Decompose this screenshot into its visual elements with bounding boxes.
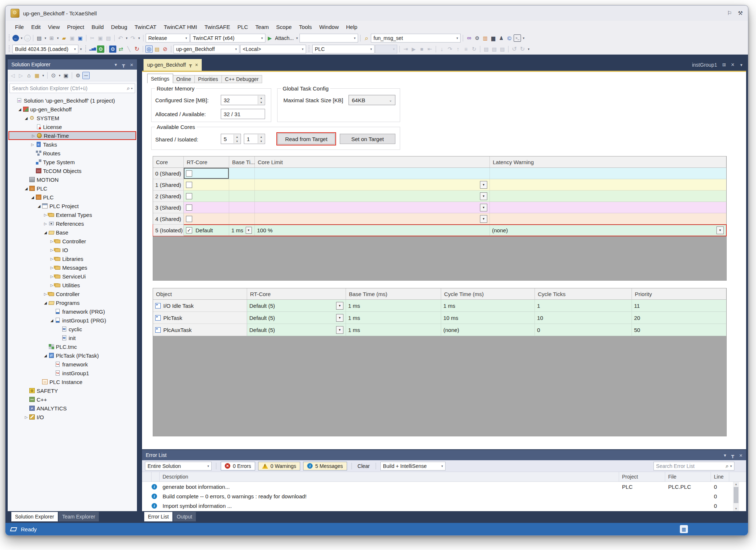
core-limit-dropdown-button[interactable]: ▼	[480, 204, 487, 211]
menu-item[interactable]: Scope	[272, 22, 295, 32]
scroll-up-icon[interactable]: ▲	[735, 483, 738, 486]
core-table-row[interactable]: 3 (Shared)	[153, 202, 726, 213]
latency-warning-cell[interactable]	[490, 202, 726, 213]
tree-expander-icon[interactable]	[23, 415, 29, 419]
scope-icon[interactable]: ▦	[33, 72, 41, 79]
core-limit-dropdown-button[interactable]: ▼	[480, 192, 487, 200]
tree-item[interactable]: PLC	[8, 184, 137, 193]
tree-item[interactable]: Type System	[8, 158, 137, 166]
stop-icon[interactable]: ■	[418, 45, 425, 53]
search-icon[interactable]: ⌕	[726, 463, 729, 469]
pin-icon[interactable]: ┳	[189, 62, 192, 67]
tools-icon[interactable]: ⚒	[738, 10, 743, 16]
install-util-icon[interactable]: ▤	[491, 45, 498, 53]
column-header[interactable]: File	[665, 472, 711, 481]
window-position-icon[interactable]: ▾	[115, 62, 117, 67]
set-on-target-button[interactable]: Set on Target	[340, 134, 395, 144]
rt-core-checkbox[interactable]	[186, 216, 192, 222]
caret[interactable]: ▾	[58, 72, 62, 79]
menu-item[interactable]: View	[44, 22, 63, 32]
rt-core-cell[interactable]: Default (5) ▼	[247, 300, 346, 312]
subtab[interactable]: C++ Debugger	[222, 75, 262, 83]
platform-combo[interactable]: TwinCAT RT (x64)▾	[190, 34, 265, 43]
object-cell[interactable]: PlcAuxTask	[153, 324, 247, 336]
tree-item[interactable]: License	[8, 122, 137, 131]
rt-core-cell[interactable]: Default (5) ▼	[247, 312, 346, 324]
properties-icon[interactable]: ⚙	[74, 72, 82, 79]
menu-item[interactable]: Debug	[107, 22, 131, 32]
document-tab[interactable]: up-gen_Beckhoff ┳ ×	[144, 59, 202, 71]
subtab[interactable]: Priorities	[195, 75, 221, 83]
object-cell[interactable]: I/O Idle Task	[153, 300, 247, 312]
column-header[interactable]: Object	[153, 288, 247, 299]
tree-expander-icon[interactable]	[43, 213, 48, 217]
tree-expander-icon[interactable]	[23, 116, 29, 120]
attach-button[interactable]: Attach...	[275, 35, 294, 41]
column-header[interactable]: Base Time (ms)	[346, 288, 441, 299]
plc-project-combo[interactable]: PLC▾	[312, 45, 375, 53]
core-table-row[interactable]: 0 (Shared)	[153, 168, 726, 179]
rt-core-cell[interactable]: ✓ Default	[184, 225, 229, 236]
base-time-dropdown-button[interactable]: ▼	[246, 227, 252, 234]
tree-item[interactable]: External Types	[8, 210, 137, 219]
menu-item[interactable]: TwinCAT HMI	[160, 22, 201, 32]
error-scrollbar[interactable]: ▲▼	[733, 482, 739, 511]
search-icon[interactable]: ⌕	[127, 85, 130, 92]
menu-item[interactable]: Edit	[27, 22, 44, 32]
errors-filter-button[interactable]: ✕0 Errors	[221, 462, 255, 470]
install-full-icon[interactable]: ▤	[499, 45, 506, 53]
tab-list-caret-icon[interactable]: ▼	[740, 63, 743, 67]
rt-core-checkbox[interactable]: ✓	[186, 227, 192, 233]
solution-search-box[interactable]: Search Solution Explorer (Ctrl+ü) ⌕ ▾	[10, 84, 135, 93]
tree-item[interactable]: instGroup1 (PRG)	[8, 316, 137, 325]
tree-item[interactable]: init	[8, 333, 137, 342]
rt-core-cell[interactable]	[184, 202, 229, 213]
tree-item[interactable]: Utilities	[8, 281, 137, 289]
tree-item[interactable]: ANALYTICS	[8, 404, 137, 413]
base-time-cell[interactable]	[229, 179, 255, 191]
quick-search-combo[interactable]: fun_msg_set▾	[371, 34, 461, 43]
rt-core-dropdown-button[interactable]: ▼	[336, 302, 343, 310]
isolated-cores-input[interactable]: 1 ▲▼	[244, 134, 265, 144]
scroll-thumb[interactable]	[734, 487, 738, 503]
tree-item[interactable]: PLC	[8, 193, 137, 202]
se-forward-icon[interactable]: ▷	[17, 72, 25, 79]
read-from-target-button[interactable]: Read from Target	[278, 133, 335, 144]
column-header[interactable]: Description	[160, 472, 619, 481]
tree-item[interactable]: framework	[8, 360, 137, 369]
latency-warning-cell[interactable]	[490, 179, 726, 191]
search-options-caret[interactable]: ▾	[131, 87, 133, 90]
latency-warning-cell[interactable]	[490, 191, 726, 202]
tree-item[interactable]: SYSTEM	[8, 114, 137, 122]
caret[interactable]: ▾	[20, 34, 23, 42]
loop-icon[interactable]: ↻	[470, 45, 478, 53]
menu-item[interactable]: File	[11, 22, 27, 32]
caret[interactable]: ▾	[137, 34, 141, 42]
history-icon[interactable]: ⊙	[50, 72, 57, 79]
core-limit-cell[interactable]: ▼	[255, 191, 490, 202]
column-header[interactable]: Base Ti...	[229, 156, 255, 167]
base-time-cell[interactable]: 1 ms ▼	[229, 225, 255, 236]
pin-icon[interactable]: ┳	[731, 453, 734, 458]
rt-core-checkbox[interactable]	[186, 193, 192, 199]
tree-item[interactable]: Programs	[8, 298, 137, 307]
people-icon[interactable]: ♟	[498, 34, 505, 42]
undo-icon[interactable]: ↶	[117, 34, 124, 42]
tree-item[interactable]: Solution 'up-gen_Beckhoff' (1 project)	[8, 96, 137, 105]
tree-item[interactable]: I/O	[8, 413, 137, 421]
error-scope-combo[interactable]: Entire Solution▾	[145, 462, 212, 470]
core-table-row[interactable]: 2 (Shared)	[153, 191, 726, 202]
error-list-row[interactable]: i Import symbol information ... 0	[142, 501, 746, 510]
column-header[interactable]: Line	[711, 472, 729, 481]
collapse-all-icon[interactable]: ─	[82, 72, 90, 79]
tree-item[interactable]: Controller	[8, 289, 137, 298]
gear-frame-icon[interactable]: ⚙	[109, 45, 116, 53]
console-icon[interactable]: >_	[514, 34, 521, 42]
column-header[interactable]	[152, 472, 160, 481]
reload-left-icon[interactable]: ↺	[511, 45, 518, 53]
copy-icon[interactable]: ▣	[97, 34, 104, 42]
core-table-row[interactable]: 1 (Shared)	[153, 179, 726, 191]
error-search-box[interactable]: Search Error List ⌕ ▾	[653, 462, 734, 470]
tree-item[interactable]: References	[8, 219, 137, 228]
tree-item[interactable]: PlcTask (PlcTask)	[8, 351, 137, 360]
